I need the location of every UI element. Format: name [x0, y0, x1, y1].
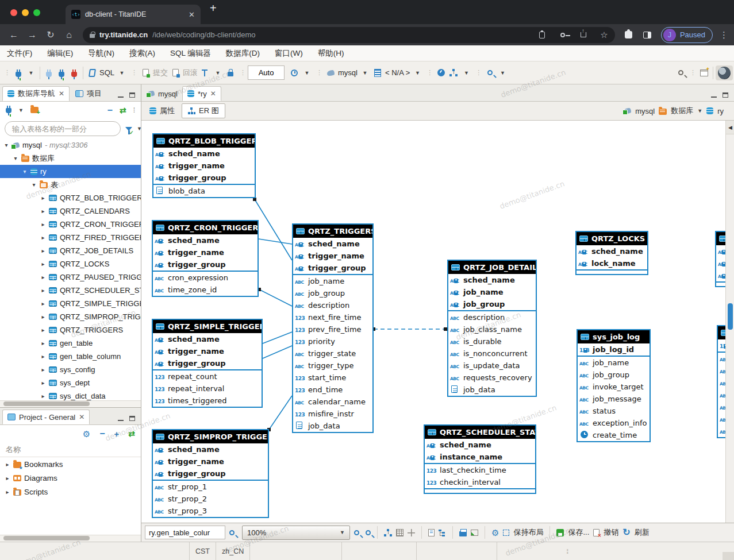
- search-dropdown[interactable]: ▼: [496, 65, 509, 80]
- rollback-icon[interactable]: [169, 65, 182, 80]
- relationship-line[interactable]: [263, 332, 292, 343]
- close-window-button[interactable]: [10, 9, 17, 16]
- minimize-panel-icon[interactable]: [118, 416, 124, 421]
- tree-item[interactable]: ▾ry: [0, 165, 141, 178]
- chevron-right-icon[interactable]: ▸: [40, 221, 46, 227]
- tree-item[interactable]: ▾表: [0, 178, 141, 191]
- database-dropdown[interactable]: ▼: [411, 65, 424, 80]
- share-icon[interactable]: [576, 28, 591, 43]
- er-column[interactable]: ABCjob_name: [448, 286, 536, 298]
- close-tab-icon[interactable]: ✕: [79, 413, 84, 421]
- er-column[interactable]: ABCjob_name: [293, 275, 372, 287]
- chevron-right-icon[interactable]: ▸: [40, 340, 46, 346]
- active-database-label[interactable]: < N/A >: [384, 65, 411, 80]
- er-entity-qrtz_simprop_triggers[interactable]: QRTZ_SIMPROP_TRIGGERSABCsched_nameABCtri…: [152, 429, 269, 518]
- maximize-panel-icon[interactable]: [129, 92, 135, 98]
- er-column[interactable]: ABCis_durable: [448, 335, 536, 347]
- menu-item[interactable]: 搜索(A): [129, 48, 155, 59]
- tree-item[interactable]: ▸QRTZ_CRON_TRIGGERS: [0, 218, 141, 231]
- er-column[interactable]: create_time: [578, 429, 650, 441]
- er-entity-qrtz_simple_triggers[interactable]: QRTZ_SIMPLE_TRIGGERSABCsched_nameABCtrig…: [152, 319, 263, 408]
- settings-gear-icon[interactable]: ⚙: [83, 430, 90, 438]
- browser-menu-kebab-icon[interactable]: ⋮: [720, 30, 728, 40]
- tree-item[interactable]: ▾数据库: [0, 152, 141, 165]
- er-column[interactable]: 123misfire_instr: [293, 408, 372, 420]
- er-entity-qrtz_locks[interactable]: QRTZ_LOCKSABCsched_nameABClock_name: [575, 231, 648, 275]
- back-button[interactable]: ←: [6, 27, 22, 43]
- collapse-all-icon[interactable]: −: [107, 106, 113, 115]
- chevron-right-icon[interactable]: ▸: [40, 287, 46, 293]
- chevron-right-icon[interactable]: ▸: [40, 366, 46, 373]
- save-button[interactable]: 保存...: [568, 527, 589, 538]
- er-column[interactable]: ABCstatus: [578, 405, 650, 417]
- auto-layout-icon[interactable]: [384, 529, 392, 536]
- bookmark-star-icon[interactable]: ☆: [597, 28, 612, 43]
- er-column[interactable]: ABCtrigger_name: [153, 246, 258, 258]
- er-column[interactable]: ABCtrigger_name: [153, 160, 255, 172]
- er-column[interactable]: ABCdescription: [293, 299, 372, 311]
- er-column[interactable]: 123job_log_id: [578, 343, 650, 356]
- chevron-right-icon[interactable]: ▸: [40, 327, 46, 333]
- menu-item[interactable]: 窗口(W): [275, 48, 303, 59]
- close-tab-icon[interactable]: ✕: [189, 10, 195, 19]
- diagram-settings-gear-icon[interactable]: ⚙: [491, 528, 499, 537]
- chevron-down-icon[interactable]: ▾: [31, 181, 37, 188]
- extensions-puzzle-icon[interactable]: [621, 27, 637, 43]
- tree-item[interactable]: ▸QRTZ_BLOB_TRIGGERS: [0, 191, 141, 204]
- er-entity-header[interactable]: QRTZ_CRON_TRIGGERS: [153, 221, 258, 234]
- relationship-line[interactable]: [263, 346, 292, 358]
- forward-button[interactable]: →: [24, 27, 40, 43]
- editor-tab-ry[interactable]: *ry ✕: [182, 86, 221, 101]
- er-column[interactable]: ABCtrigger_group: [293, 262, 372, 274]
- editor-tab-mysql[interactable]: mysql: [143, 86, 182, 101]
- er-column[interactable]: ABCcalendar_name: [293, 396, 372, 408]
- reconnect-button[interactable]: [55, 65, 68, 80]
- status-locale[interactable]: zh_CN: [216, 542, 250, 560]
- er-column[interactable]: 123priority: [293, 335, 372, 347]
- vscrollbar-thumb[interactable]: [728, 303, 733, 330]
- select-region-icon[interactable]: [503, 530, 509, 536]
- er-column[interactable]: 123prev_fire_time: [293, 323, 372, 335]
- er-entity-header[interactable]: QRTZ_BLOB_TRIGGERS: [153, 134, 255, 148]
- er-column[interactable]: ABCsched_name: [153, 234, 258, 246]
- database-list-icon[interactable]: [371, 65, 384, 80]
- er-column[interactable]: ABCtrigger_type: [293, 360, 372, 372]
- tree-item[interactable]: ▸QRTZ_TRIGGERS: [0, 323, 141, 337]
- er-column[interactable]: ABCtrigger_group: [153, 468, 268, 480]
- chevron-right-icon[interactable]: ▸: [40, 248, 46, 254]
- er-canvas[interactable]: ◀ QRTZ_BLOB_TRIGGERSABCsched_nameABCtrig…: [141, 120, 734, 523]
- er-entity-header[interactable]: QRTZ_TRIGGERS: [293, 225, 372, 238]
- minimize-panel-icon[interactable]: [118, 93, 124, 98]
- er-column[interactable]: 123times_triggered: [153, 395, 262, 407]
- tree-item[interactable]: ▸gen_table_column: [0, 350, 141, 363]
- zoom-in-icon[interactable]: [354, 530, 359, 535]
- connect-button[interactable]: [43, 65, 55, 80]
- close-tab-icon[interactable]: ✕: [59, 90, 64, 98]
- sql-editor-label[interactable]: SQL: [98, 65, 116, 80]
- chevron-right-icon[interactable]: ▸: [40, 380, 46, 386]
- chevron-down-icon[interactable]: ▾: [13, 155, 18, 161]
- chevron-right-icon[interactable]: ▸: [5, 489, 10, 495]
- pan-crosshair-icon[interactable]: [408, 529, 415, 536]
- er-column[interactable]: ABCis_update_data: [448, 360, 536, 372]
- er-column[interactable]: job_data: [448, 384, 536, 396]
- chevron-right-icon[interactable]: ▸: [5, 461, 10, 468]
- print-diagram-icon[interactable]: [459, 531, 467, 536]
- expand-all-icon[interactable]: +: [114, 430, 120, 438]
- tree-item[interactable]: ▾mysql - mysql:3306: [0, 138, 141, 152]
- browser-tab[interactable]: ‹t› db-client - TitanIDE ✕: [66, 5, 201, 24]
- relationship-line[interactable]: [259, 239, 292, 244]
- tab-er-diagram[interactable]: ER 图: [182, 103, 225, 118]
- minimize-editor-icon[interactable]: [711, 93, 717, 98]
- maximize-panel-icon[interactable]: [129, 416, 135, 421]
- tasks-dropdown[interactable]: ▼: [460, 65, 472, 80]
- auto-commit-field[interactable]: [248, 65, 285, 80]
- tree-item[interactable]: ▸sys_dict_data: [0, 389, 141, 400]
- perspective-icon[interactable]: [698, 65, 710, 80]
- er-column[interactable]: ABCtrigger_state: [293, 347, 372, 360]
- collapse-all-icon[interactable]: −: [99, 429, 105, 438]
- diagram-search-icon[interactable]: [229, 530, 235, 535]
- er-column[interactable]: ABCtrigger_group: [153, 258, 258, 271]
- chevron-right-icon[interactable]: ▸: [40, 274, 46, 280]
- menu-item[interactable]: 帮助(H): [318, 48, 344, 59]
